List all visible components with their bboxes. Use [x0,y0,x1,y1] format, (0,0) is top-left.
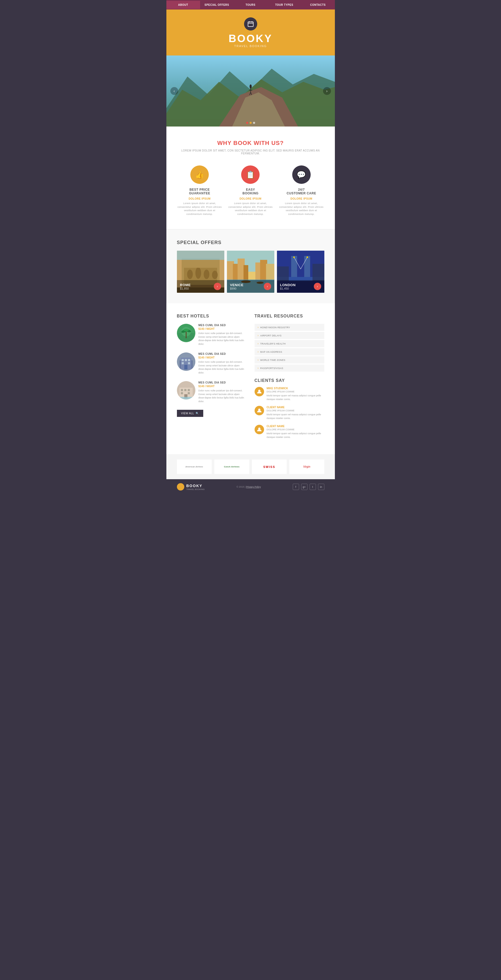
hotels-title: BEST HOTELS [177,314,247,318]
client-2: CLIENT NAME DOLORE IPSUM COMME Morbi tem… [255,406,324,420]
resource-arrow-icon: › [258,326,259,329]
offer-venice-btn[interactable]: › [264,283,271,290]
resource-map-label: MAP AN ADDRESS [260,351,282,353]
hero-prev-button[interactable]: ‹ [170,87,178,95]
client-3-text: Morbi tempor quam vel massa adipisci con… [267,432,324,439]
nav-tour-types[interactable]: TOUR TYPES [268,1,301,9]
feature-care-title: 24/7CUSTOMER CARE [287,188,316,195]
feature-price-desc: Lorem ipsum dolor sit amet, consectetur … [177,202,222,216]
offers-grid: ROME $1,850 › [177,251,324,293]
client-1-avatar [255,387,264,396]
footer-logo-circle [177,483,184,490]
offer-london-btn[interactable]: › [314,283,321,290]
footer-copy: © 2015 | Privacy Policy [204,485,292,488]
offer-rome-info: ROME $1,850 [180,283,191,290]
facebook-icon[interactable]: f [293,484,299,490]
special-offers-title: SPECIAL OFFERS [177,240,324,245]
resource-arrow-icon: › [258,334,259,337]
offer-rome[interactable]: ROME $1,850 › [177,251,224,293]
why-book-section: WHY BOOK WITH US? LOREM IPSUM DOLOR SIT … [166,127,335,229]
client-2-text: Morbi tempor quam vel massa adipisci con… [267,413,324,420]
resource-honeymoon[interactable]: › HONEYMOON REGISTRY [255,324,324,331]
logo-icon [244,18,257,30]
offer-venice-price: $990 [230,287,244,290]
offer-venice-info: VENICE $990 [230,283,244,290]
resource-arrow-icon: › [258,358,259,361]
googleplus-icon[interactable]: g+ [301,484,308,490]
resource-airport[interactable]: › AIRPORT DELAYS [255,332,324,339]
client-3-sub: DOLORE IPSUM COMME [267,428,324,431]
hotel-1-price: $140 / NIGHT [198,328,247,330]
offer-rome-name: ROME [180,283,191,287]
svg-rect-71 [188,392,190,394]
hotel-2-price: $140 / NIGHT [198,356,247,359]
resource-health[interactable]: › TRAVELER'S HEALTH [255,340,324,347]
feature-price-title: BEST PRICEGUARANTEE [189,188,211,195]
hotel-3-img-bg [177,381,195,399]
hotel-2-name: MES CUML DIA SED [198,352,247,355]
privacy-policy-link[interactable]: Privacy Policy [246,485,261,488]
offer-rome-price: $1,850 [180,287,191,290]
nav-contacts[interactable]: CONTACTS [301,1,335,9]
hero-dot-1[interactable] [246,122,248,124]
site-header: BOOKY TRAVEL BOOKING [166,10,335,56]
client-1-info: MIKE STUDWICK DOLORE IPSUM COMME Morbi t… [267,387,324,401]
resource-passports-label: PASSPORTS/VISAS [260,367,283,369]
offer-london-name: LONDON [280,283,296,287]
resource-passports[interactable]: › PASSPORTS/VISAS [255,364,324,372]
svg-point-46 [306,256,308,258]
client-1-sub: DOLORE IPSUM COMME [267,390,324,393]
why-book-subtitle: LOREM IPSUM DOLOR SIT AMET, CON SECTETUR… [177,149,324,155]
client-3: CLIENT NAME DOLORE IPSUM COMME Morbi tem… [255,425,324,439]
airlines-section: American Airlines Czech Airlines SWISS V… [166,454,335,479]
hotel-2-info: MES CUML DIA SED $140 / NIGHT Dolor nunc… [198,352,247,374]
svg-rect-69 [188,389,190,391]
hero-next-button[interactable]: › [323,87,331,95]
client-1-text: Morbi tempor quam vel massa adipisci con… [267,394,324,401]
resource-map[interactable]: › MAP AN ADDRESS [255,348,324,355]
offer-london[interactable]: LONDON $1,450 › [277,251,324,293]
hotel-3-image [177,381,195,399]
svg-point-18 [195,267,201,279]
resource-timezones[interactable]: › WORLD TIME ZONES [255,356,324,363]
resource-arrow-icon: › [258,367,259,369]
offer-venice[interactable]: VENICE $990 › [227,251,274,293]
site-subtitle: TRAVEL BOOKING [234,45,267,48]
feature-booking-dolore: DOLORE IPSUM [239,197,262,200]
offer-london-price: $1,450 [280,287,296,290]
right-col: TRAVEL RESOURCES › HONEYMOON REGISTRY › … [255,314,324,444]
linkedin-icon[interactable]: in [318,484,324,490]
hotel-item-1: MES CUML DIA SED $140 / NIGHT Dolor nunc… [177,324,247,346]
hotel-item-3: MES CUML DIA SED $140 / NIGHT Dolor nunc… [177,381,247,403]
offer-london-overlay: LONDON $1,450 › [277,280,324,293]
svg-rect-48 [313,264,324,281]
best-hotels-col: BEST HOTELS [177,314,247,444]
two-col-section: BEST HOTELS [166,303,335,454]
nav-about[interactable]: ABOUT [166,1,200,9]
client-2-avatar [255,406,264,415]
footer-social: f g+ t in [293,484,324,490]
booking-icon: 📋 [241,165,260,184]
hero-dot-3[interactable] [253,122,255,124]
hotel-1-desc: Dolor nunc vulte putatiuer ips dol-conse… [198,332,247,346]
airline-virgin: Virgin [289,460,324,474]
svg-point-20 [212,270,218,279]
hotel-3-name: MES CUML DIA SED [198,381,247,384]
hero-dot-2[interactable] [250,122,252,124]
nav-special-offers[interactable]: SPECIAL OFFERS [200,1,234,9]
hero-image [166,56,335,127]
client-3-avatar [255,425,264,434]
feature-booking: 📋 EASYBOOKING DOLORE IPSUM Lorem ipsum d… [228,165,273,216]
hotel-1-name: MES CUML DIA SED [198,324,247,327]
svg-rect-70 [181,392,183,394]
twitter-icon[interactable]: t [310,484,316,490]
feature-booking-desc: Lorem ipsum dolor sit amet, consectetur … [228,202,273,216]
view-all-button[interactable]: VIEW ALL 🔍 [177,410,203,417]
search-icon: 🔍 [196,412,199,415]
footer-brand-block: BOOKY TRAVEL BOOKING [187,484,205,490]
nav-tours[interactable]: TOURS [234,1,268,9]
svg-rect-61 [188,359,190,361]
hotel-3-desc: Dolor nunc vulte putatiuer ips dol-conse… [198,389,247,403]
offer-rome-btn[interactable]: › [214,283,221,290]
price-icon: 👍 [190,165,209,184]
